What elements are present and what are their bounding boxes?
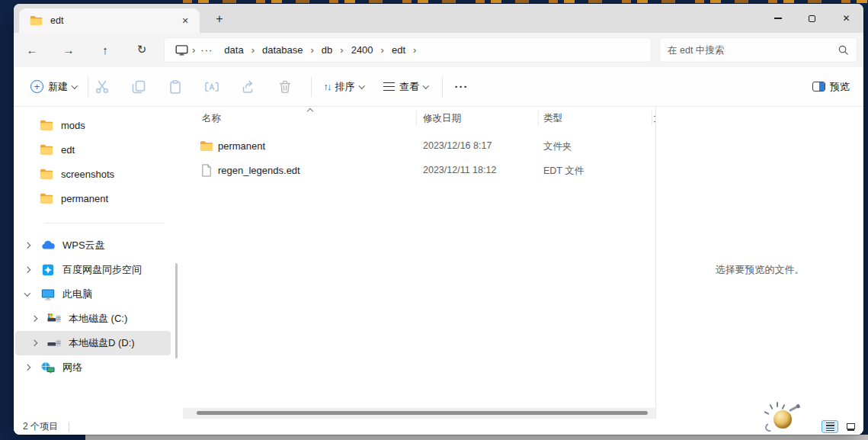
- item-count: 2 个项目: [23, 420, 58, 433]
- paste-button[interactable]: [168, 79, 183, 95]
- view-button[interactable]: 查看: [383, 80, 428, 94]
- horizontal-scrollbar-thumb[interactable]: [197, 411, 648, 415]
- horizontal-scrollbar[interactable]: [183, 408, 655, 419]
- view-button-label: 查看: [399, 80, 419, 94]
- sidebar-item-label: permanent: [61, 193, 108, 204]
- large-icons-view-icon: [847, 423, 855, 429]
- drive-icon: [47, 337, 61, 349]
- chevron-right-icon[interactable]: ›: [412, 44, 417, 56]
- sidebar-item-network[interactable]: 网络: [15, 355, 171, 380]
- preview-pane-icon: [812, 82, 825, 92]
- chevron-right-icon[interactable]: [31, 316, 37, 322]
- maximize-button[interactable]: [795, 4, 829, 33]
- sidebar-item-screenshots[interactable]: screenshots: [15, 162, 171, 186]
- sidebar-item-label: 网络: [62, 361, 82, 374]
- folder-icon: [40, 119, 53, 131]
- chevron-down-icon[interactable]: [24, 291, 30, 297]
- chevron-right-icon[interactable]: [24, 242, 30, 249]
- sidebar-item-wps-cloud[interactable]: WPS云盘: [15, 233, 171, 258]
- minimize-button[interactable]: [761, 4, 795, 33]
- details-view-button[interactable]: [822, 420, 838, 433]
- sidebar-item-drive-d[interactable]: 本地磁盘D (D:): [15, 331, 171, 355]
- explorer-tab-edt[interactable]: edt ✕: [19, 8, 200, 33]
- spark-line: [769, 404, 773, 409]
- rename-button[interactable]: [204, 79, 219, 95]
- sidebar-item-edt[interactable]: edt: [15, 137, 171, 162]
- baidu-netdisk-icon: [41, 264, 55, 276]
- chevron-down-icon: [358, 82, 364, 88]
- column-divider[interactable]: [416, 111, 417, 126]
- breadcrumb-ellipsis[interactable]: ···: [196, 44, 217, 56]
- sort-button[interactable]: ↑↓ 排序: [324, 80, 364, 94]
- chevron-right-icon[interactable]: ›: [339, 44, 344, 56]
- sun-badge-icon[interactable]: [764, 402, 800, 434]
- chevron-right-icon[interactable]: ›: [310, 44, 315, 56]
- sidebar-item-label: 此电脑: [62, 287, 92, 301]
- sidebar-item-drive-c[interactable]: 本地磁盘 (C:): [15, 307, 171, 331]
- view-toggle-group: [822, 420, 859, 433]
- back-button[interactable]: ←: [20, 37, 44, 62]
- breadcrumb-segment[interactable]: data: [217, 42, 250, 58]
- folder-icon: [30, 15, 43, 26]
- up-button[interactable]: ↑: [93, 37, 117, 62]
- file-type: EDT 文件: [543, 165, 584, 178]
- sidebar-item-mods[interactable]: mods: [15, 113, 171, 137]
- folder-icon: [40, 143, 53, 156]
- folder-icon: [40, 192, 53, 204]
- breadcrumb-segment[interactable]: db: [315, 42, 339, 58]
- this-pc-icon[interactable]: [175, 44, 188, 56]
- forward-button[interactable]: →: [56, 37, 81, 62]
- navigation-pane: mods edt screenshots permanent WPS云盘: [14, 107, 183, 419]
- column-divider[interactable]: [538, 111, 539, 126]
- column-header-name[interactable]: 名称: [202, 112, 221, 125]
- search-box: [659, 37, 857, 63]
- cut-button[interactable]: [94, 79, 110, 95]
- sidebar-item-label: mods: [61, 120, 85, 131]
- breadcrumb-segment[interactable]: 2400: [344, 42, 380, 58]
- column-header-type[interactable]: 类型: [543, 112, 562, 125]
- new-tab-button[interactable]: +: [210, 10, 229, 28]
- new-button[interactable]: + 新建: [30, 80, 77, 94]
- sidebar-item-this-pc[interactable]: 此电脑: [15, 282, 171, 307]
- network-icon: [41, 361, 55, 374]
- tab-title: edt: [50, 15, 63, 26]
- close-button[interactable]: ✕: [829, 4, 863, 33]
- chevron-right-icon[interactable]: ›: [380, 44, 385, 56]
- delete-button[interactable]: [277, 79, 293, 95]
- file-list: 名称 修改日期 类型 大小 permanent 2023/12/16 8:17 …: [183, 107, 655, 419]
- maximize-icon: [809, 15, 815, 22]
- share-button[interactable]: [241, 79, 256, 95]
- file-list-header: 名称 修改日期 类型 大小: [183, 107, 655, 130]
- search-icon[interactable]: [838, 44, 849, 56]
- refresh-button[interactable]: ↻: [130, 37, 154, 62]
- breadcrumb[interactable]: › ··· data › database › db › 2400 › edt …: [164, 37, 652, 63]
- folder-icon: [40, 168, 53, 180]
- breadcrumb-segment[interactable]: database: [255, 42, 310, 58]
- plus-circle-icon: +: [30, 80, 43, 93]
- file-row-regen-legends[interactable]: regen_legends.edt 2023/12/11 18:12 EDT 文…: [186, 159, 652, 183]
- preview-toggle-button[interactable]: 预览: [812, 80, 850, 94]
- sidebar-item-label: edt: [61, 144, 75, 156]
- spark-line: [781, 404, 785, 409]
- chevron-right-icon[interactable]: [31, 340, 37, 346]
- toolbar-divider: [311, 77, 312, 97]
- copy-button[interactable]: [131, 79, 146, 95]
- preview-pane: 选择要预览的文件。: [656, 107, 863, 419]
- search-input[interactable]: [668, 45, 838, 56]
- breadcrumb-segment-current[interactable]: edt: [385, 42, 412, 58]
- more-options-button[interactable]: ···: [455, 80, 469, 93]
- sidebar-item-permanent[interactable]: permanent: [15, 186, 171, 210]
- main-content: mods edt screenshots permanent WPS云盘: [14, 107, 863, 419]
- chevron-down-icon: [72, 82, 78, 88]
- sidebar-item-baidu-sync[interactable]: 百度网盘同步空间: [15, 258, 171, 282]
- sidebar-scrollbar[interactable]: [175, 263, 178, 358]
- chevron-right-icon[interactable]: [24, 267, 30, 273]
- file-row-permanent[interactable]: permanent 2023/12/16 8:17 文件夹: [186, 134, 652, 159]
- chevron-right-icon[interactable]: [24, 365, 30, 371]
- status-bar: 2 个项目: [14, 419, 863, 435]
- view-list-icon: [383, 82, 395, 84]
- large-icons-view-button[interactable]: [842, 420, 859, 433]
- column-header-date[interactable]: 修改日期: [423, 112, 461, 125]
- column-divider[interactable]: [652, 111, 652, 126]
- tab-close-icon[interactable]: ✕: [177, 12, 194, 29]
